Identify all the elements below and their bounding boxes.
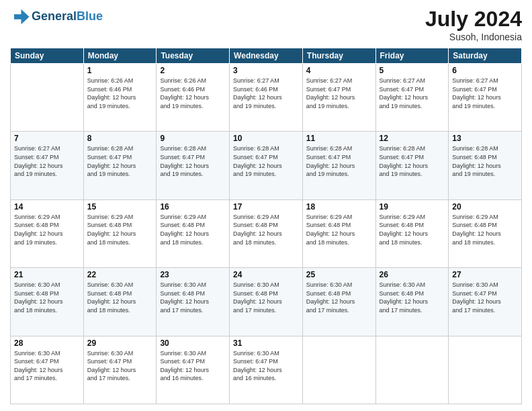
day-info: Sunrise: 6:26 AM Sunset: 6:46 PM Dayligh… [160,77,226,110]
day-number: 17 [233,202,299,212]
calendar-cell: 31Sunrise: 6:30 AM Sunset: 6:47 PM Dayli… [230,336,303,404]
day-number: 26 [380,270,445,279]
logo-blue: Blue [77,9,103,23]
location: Susoh, Indonesia [425,32,522,42]
calendar-cell: 26Sunrise: 6:30 AM Sunset: 6:48 PM Dayli… [375,268,449,336]
day-info: Sunrise: 6:28 AM Sunset: 6:47 PM Dayligh… [233,144,299,178]
calendar-cell: 19Sunrise: 6:29 AM Sunset: 6:48 PM Dayli… [375,199,449,267]
calendar-cell: 30Sunrise: 6:30 AM Sunset: 6:47 PM Dayli… [157,336,230,404]
page: GeneralBlue July 2024 Susoh, Indonesia S… [0,0,532,411]
month-year: July 2024 [425,7,522,32]
day-number: 25 [306,270,372,279]
day-number: 27 [452,270,518,279]
day-number: 2 [160,66,226,75]
calendar-cell: 9Sunrise: 6:28 AM Sunset: 6:47 PM Daylig… [157,132,230,199]
calendar-header-row: SundayMondayTuesdayWednesdayThursdayFrid… [11,48,522,64]
day-number: 4 [306,66,372,75]
calendar-cell: 5Sunrise: 6:27 AM Sunset: 6:47 PM Daylig… [375,64,449,132]
day-number: 13 [452,134,518,143]
day-number: 7 [14,134,80,143]
week-row-2: 7Sunrise: 6:27 AM Sunset: 6:47 PM Daylig… [11,132,522,199]
day-number: 20 [452,202,518,212]
day-info: Sunrise: 6:29 AM Sunset: 6:48 PM Dayligh… [160,213,226,246]
day-number: 30 [160,338,226,348]
day-number: 14 [14,202,80,212]
day-number: 1 [87,66,153,75]
day-info: Sunrise: 6:28 AM Sunset: 6:47 PM Dayligh… [87,144,153,178]
title-block: July 2024 Susoh, Indonesia [425,7,522,42]
day-info: Sunrise: 6:27 AM Sunset: 6:47 PM Dayligh… [306,77,372,110]
day-number: 6 [452,66,518,75]
day-number: 23 [160,270,226,279]
calendar-cell: 28Sunrise: 6:30 AM Sunset: 6:47 PM Dayli… [11,336,84,404]
calendar-table: SundayMondayTuesdayWednesdayThursdayFrid… [10,48,522,404]
day-info: Sunrise: 6:28 AM Sunset: 6:47 PM Dayligh… [160,144,226,178]
day-info: Sunrise: 6:29 AM Sunset: 6:48 PM Dayligh… [14,213,80,246]
day-number: 3 [233,66,299,75]
day-header-tuesday: Tuesday [157,48,230,64]
day-number: 12 [380,134,445,143]
day-info: Sunrise: 6:29 AM Sunset: 6:48 PM Dayligh… [233,213,299,246]
day-number: 11 [306,134,372,143]
day-number: 31 [233,338,299,348]
day-number: 21 [14,270,80,279]
day-info: Sunrise: 6:30 AM Sunset: 6:47 PM Dayligh… [233,349,299,383]
day-header-wednesday: Wednesday [230,48,303,64]
day-info: Sunrise: 6:30 AM Sunset: 6:48 PM Dayligh… [380,281,445,314]
calendar-cell: 20Sunrise: 6:29 AM Sunset: 6:48 PM Dayli… [449,199,522,267]
calendar-cell: 10Sunrise: 6:28 AM Sunset: 6:47 PM Dayli… [230,132,303,199]
week-row-4: 21Sunrise: 6:30 AM Sunset: 6:48 PM Dayli… [11,268,522,336]
calendar-cell: 16Sunrise: 6:29 AM Sunset: 6:48 PM Dayli… [157,199,230,267]
calendar-cell: 25Sunrise: 6:30 AM Sunset: 6:48 PM Dayli… [302,268,375,336]
calendar-cell: 21Sunrise: 6:30 AM Sunset: 6:48 PM Dayli… [11,268,84,336]
calendar-cell: 17Sunrise: 6:29 AM Sunset: 6:48 PM Dayli… [230,199,303,267]
calendar-cell [302,336,375,404]
day-number: 18 [306,202,372,212]
logo-icon [10,7,30,27]
day-info: Sunrise: 6:30 AM Sunset: 6:47 PM Dayligh… [87,349,153,383]
day-info: Sunrise: 6:29 AM Sunset: 6:48 PM Dayligh… [87,213,153,246]
day-info: Sunrise: 6:28 AM Sunset: 6:47 PM Dayligh… [306,144,372,178]
day-number: 16 [160,202,226,212]
calendar-cell: 11Sunrise: 6:28 AM Sunset: 6:47 PM Dayli… [302,132,375,199]
day-info: Sunrise: 6:29 AM Sunset: 6:48 PM Dayligh… [380,213,445,246]
day-number: 5 [380,66,445,75]
calendar-cell: 1Sunrise: 6:26 AM Sunset: 6:46 PM Daylig… [83,64,157,132]
calendar-cell: 2Sunrise: 6:26 AM Sunset: 6:46 PM Daylig… [157,64,230,132]
day-number: 9 [160,134,226,143]
day-info: Sunrise: 6:30 AM Sunset: 6:47 PM Dayligh… [452,281,518,314]
day-number: 8 [87,134,153,143]
day-header-thursday: Thursday [302,48,375,64]
day-info: Sunrise: 6:30 AM Sunset: 6:48 PM Dayligh… [160,281,226,314]
logo-text: GeneralBlue [32,10,103,24]
day-number: 28 [14,338,80,348]
calendar-cell: 12Sunrise: 6:28 AM Sunset: 6:47 PM Dayli… [375,132,449,199]
calendar-cell: 3Sunrise: 6:27 AM Sunset: 6:46 PM Daylig… [230,64,303,132]
day-info: Sunrise: 6:26 AM Sunset: 6:46 PM Dayligh… [87,77,153,110]
week-row-3: 14Sunrise: 6:29 AM Sunset: 6:48 PM Dayli… [11,199,522,267]
calendar-cell: 23Sunrise: 6:30 AM Sunset: 6:48 PM Dayli… [157,268,230,336]
calendar-cell [449,336,522,404]
week-row-5: 28Sunrise: 6:30 AM Sunset: 6:47 PM Dayli… [11,336,522,404]
day-number: 24 [233,270,299,279]
calendar-cell: 13Sunrise: 6:28 AM Sunset: 6:48 PM Dayli… [449,132,522,199]
day-info: Sunrise: 6:28 AM Sunset: 6:48 PM Dayligh… [452,144,518,178]
calendar-cell: 8Sunrise: 6:28 AM Sunset: 6:47 PM Daylig… [83,132,157,199]
calendar-cell: 7Sunrise: 6:27 AM Sunset: 6:47 PM Daylig… [11,132,84,199]
day-number: 22 [87,270,153,279]
header: GeneralBlue July 2024 Susoh, Indonesia [10,7,522,42]
day-header-saturday: Saturday [449,48,522,64]
day-info: Sunrise: 6:30 AM Sunset: 6:48 PM Dayligh… [87,281,153,314]
day-info: Sunrise: 6:30 AM Sunset: 6:48 PM Dayligh… [306,281,372,314]
day-info: Sunrise: 6:27 AM Sunset: 6:46 PM Dayligh… [233,77,299,110]
week-row-1: 1Sunrise: 6:26 AM Sunset: 6:46 PM Daylig… [11,64,522,132]
day-info: Sunrise: 6:27 AM Sunset: 6:47 PM Dayligh… [380,77,445,110]
day-header-monday: Monday [83,48,157,64]
day-number: 19 [380,202,445,212]
svg-marker-0 [14,9,30,25]
calendar-cell: 24Sunrise: 6:30 AM Sunset: 6:48 PM Dayli… [230,268,303,336]
calendar-cell: 29Sunrise: 6:30 AM Sunset: 6:47 PM Dayli… [83,336,157,404]
calendar-cell: 18Sunrise: 6:29 AM Sunset: 6:48 PM Dayli… [302,199,375,267]
day-info: Sunrise: 6:28 AM Sunset: 6:47 PM Dayligh… [380,144,445,178]
logo-general: General [32,9,77,23]
